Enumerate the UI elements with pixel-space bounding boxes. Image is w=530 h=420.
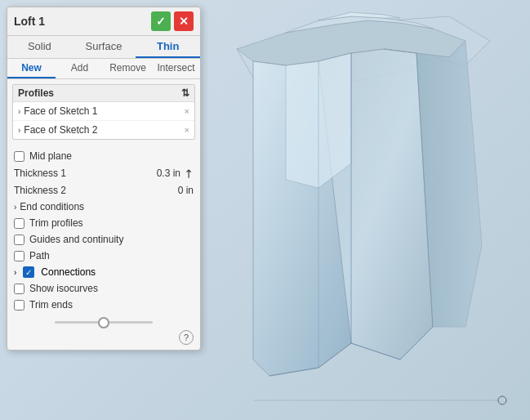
connections-row[interactable]: › ✓ Connections xyxy=(14,264,194,280)
thickness2-value: 0 in xyxy=(178,185,194,196)
thickness2-row: Thickness 2 0 in xyxy=(14,182,194,199)
end-conditions-label: End conditions xyxy=(20,201,84,212)
trim-ends-row: Trim ends xyxy=(14,297,194,313)
tab-solid[interactable]: Solid xyxy=(7,36,72,58)
thickness1-value: 0.3 in ↗ xyxy=(157,167,194,180)
help-row: ? xyxy=(7,330,200,350)
mode-tabs: Solid Surface Thin xyxy=(7,36,200,59)
title-actions: ✓ ✕ xyxy=(151,11,194,31)
guides-continuity-checkbox[interactable] xyxy=(14,235,24,245)
slider-thumb[interactable] xyxy=(98,317,109,328)
end-conditions-row[interactable]: › End conditions xyxy=(14,199,194,215)
chevron-icon-2: › xyxy=(18,126,20,135)
subtab-remove[interactable]: Remove xyxy=(104,59,152,78)
show-isocurves-label[interactable]: Show isocurves xyxy=(29,283,98,294)
path-checkbox[interactable] xyxy=(14,251,24,261)
connections-checkbox[interactable]: ✓ xyxy=(23,266,34,278)
trim-ends-checkbox[interactable] xyxy=(14,300,24,311)
slider-row xyxy=(7,316,200,330)
show-isocurves-checkbox[interactable] xyxy=(14,284,24,294)
help-button[interactable]: ? xyxy=(179,330,194,345)
connections-label: Connections xyxy=(41,266,96,278)
slider-track[interactable] xyxy=(55,321,153,324)
tab-thin[interactable]: Thin xyxy=(136,36,200,58)
path-label[interactable]: Path xyxy=(29,250,50,261)
guides-continuity-row: Guides and continuity xyxy=(14,231,194,248)
show-isocurves-row: Show isocurves xyxy=(14,280,194,297)
profiles-section: Profiles ⇅ › Face of Sketch 1 × › Face o… xyxy=(12,84,195,140)
subtab-intersect[interactable]: Intersect xyxy=(152,59,200,78)
subtab-new[interactable]: New xyxy=(7,59,56,78)
sub-tabs: New Add Remove Intersect xyxy=(7,59,200,79)
thickness2-label: Thickness 2 xyxy=(14,185,66,196)
cancel-button[interactable]: ✕ xyxy=(174,11,194,31)
trim-ends-label[interactable]: Trim ends xyxy=(29,299,73,311)
svg-point-4 xyxy=(498,396,506,404)
mid-plane-checkbox[interactable] xyxy=(14,151,24,162)
remove-profile-1[interactable]: × xyxy=(185,106,189,116)
loft-panel: Loft 1 ✓ ✕ Solid Surface Thin New Add Re… xyxy=(7,7,201,351)
trim-profiles-row: Trim profiles xyxy=(14,215,194,231)
title-bar: Loft 1 ✓ ✕ xyxy=(7,7,200,36)
thickness1-arrow-icon: ↗ xyxy=(180,165,197,181)
connections-chevron-icon: › xyxy=(14,268,16,277)
mid-plane-row: Mid plane xyxy=(14,148,194,164)
guides-continuity-label[interactable]: Guides and continuity xyxy=(29,234,123,245)
thickness1-label: Thickness 1 xyxy=(14,168,66,179)
profiles-header: Profiles ⇅ xyxy=(13,85,194,102)
chevron-icon-1: › xyxy=(18,107,20,116)
path-row: Path xyxy=(14,248,194,264)
remove-profile-2[interactable]: × xyxy=(185,125,189,135)
trim-profiles-checkbox[interactable] xyxy=(14,218,24,229)
panel-title: Loft 1 xyxy=(14,15,45,28)
profile-name-1: Face of Sketch 1 xyxy=(24,105,184,117)
profile-name-2: Face of Sketch 2 xyxy=(24,124,184,136)
trim-profiles-label[interactable]: Trim profiles xyxy=(29,217,83,229)
confirm-button[interactable]: ✓ xyxy=(151,11,171,31)
profile-item-2[interactable]: › Face of Sketch 2 × xyxy=(13,121,194,139)
options-section: Mid plane Thickness 1 0.3 in ↗ Thickness… xyxy=(7,145,200,316)
profile-item-1[interactable]: › Face of Sketch 1 × xyxy=(13,102,194,121)
3d-shape xyxy=(188,0,530,420)
mid-plane-label[interactable]: Mid plane xyxy=(29,150,72,162)
thickness1-row: Thickness 1 0.3 in ↗ xyxy=(14,164,194,182)
end-conditions-chevron-icon: › xyxy=(14,203,16,212)
tab-surface[interactable]: Surface xyxy=(72,36,136,58)
subtab-add[interactable]: Add xyxy=(56,59,104,78)
